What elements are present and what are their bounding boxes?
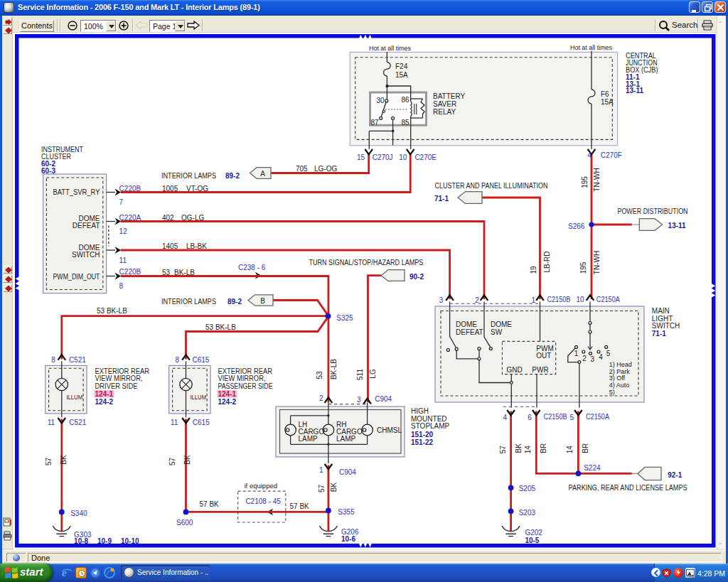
svg-text:SWITCH: SWITCH xyxy=(72,251,100,259)
svg-text:DEFEAT: DEFEAT xyxy=(73,222,100,230)
svg-text:C270E: C270E xyxy=(414,153,437,161)
svg-text:B: B xyxy=(260,297,265,305)
svg-text:1005: 1005 xyxy=(162,185,178,193)
svg-text:TN-WH: TN-WH xyxy=(593,251,601,274)
svg-text:124-2: 124-2 xyxy=(95,398,114,406)
svg-text:CHMSL: CHMSL xyxy=(377,426,402,434)
svg-text:DOME: DOME xyxy=(456,320,477,328)
svg-text:SW: SW xyxy=(491,328,503,336)
svg-text:89-2: 89-2 xyxy=(225,172,240,180)
svg-text:INSTRUMENT: INSTRUMENT xyxy=(41,146,83,153)
svg-text:BK-LB: BK-LB xyxy=(330,359,338,379)
svg-text:BR: BR xyxy=(582,443,589,453)
svg-text:15A: 15A xyxy=(601,98,614,106)
svg-text:53: 53 xyxy=(316,371,323,379)
svg-text:A: A xyxy=(260,170,265,178)
svg-text:S224: S224 xyxy=(584,464,601,472)
svg-text:BK-LB: BK-LB xyxy=(174,269,195,276)
svg-text:C615: C615 xyxy=(193,419,210,426)
svg-text:10-6: 10-6 xyxy=(341,535,355,543)
svg-text:EXTERIOR REAR: EXTERIOR REAR xyxy=(95,367,150,375)
svg-text:C270F: C270F xyxy=(601,151,622,159)
svg-text:1: 1 xyxy=(319,466,323,474)
svg-text:e: e xyxy=(62,567,67,578)
svg-text:RELAY: RELAY xyxy=(433,108,456,116)
svg-text:C2150B: C2150B xyxy=(544,413,567,421)
svg-text:57: 57 xyxy=(318,485,326,493)
svg-text:2: 2 xyxy=(475,296,479,304)
svg-text:GND: GND xyxy=(506,366,522,374)
svg-text:S266: S266 xyxy=(568,222,585,230)
svg-text:2: 2 xyxy=(582,355,587,362)
svg-text:Hot at all times: Hot at all times xyxy=(369,45,411,52)
svg-text:F24: F24 xyxy=(395,63,408,70)
svg-text:BATTERY: BATTERY xyxy=(433,92,466,100)
svg-text:INTERIOR LAMPS: INTERIOR LAMPS xyxy=(161,298,216,306)
svg-text:57: 57 xyxy=(499,446,507,454)
svg-text:S325: S325 xyxy=(336,314,353,322)
svg-text:12: 12 xyxy=(119,227,128,235)
svg-text:SAVER: SAVER xyxy=(433,100,456,108)
svg-text:10: 10 xyxy=(399,153,407,161)
svg-text:53 BK-LB: 53 BK-LB xyxy=(97,307,127,315)
svg-text:124-2: 124-2 xyxy=(218,398,237,406)
svg-text:5: 5 xyxy=(606,350,611,357)
svg-text:INTERIOR LAMPS: INTERIOR LAMPS xyxy=(161,172,216,180)
svg-text:C2150B: C2150B xyxy=(547,296,570,303)
svg-text:C521: C521 xyxy=(69,356,86,364)
svg-text:PWM_DIM_OUT: PWM_DIM_OUT xyxy=(53,273,100,281)
svg-text:VIEW MIRROR,: VIEW MIRROR, xyxy=(95,374,143,382)
svg-text:C220A: C220A xyxy=(119,214,141,222)
svg-text:195: 195 xyxy=(581,176,589,188)
svg-text:6: 6 xyxy=(528,414,532,421)
svg-text:MAIN: MAIN xyxy=(652,307,670,315)
svg-text:10-8: 10-8 xyxy=(74,537,88,545)
svg-text:DRIVER SIDE: DRIVER SIDE xyxy=(95,382,138,390)
svg-text:LB-RD: LB-RD xyxy=(543,251,551,272)
svg-text:OUT: OUT xyxy=(536,352,551,360)
svg-text:TN-WH: TN-WH xyxy=(593,168,601,191)
svg-text:PARKING, REAR AND LICENSE LAMP: PARKING, REAR AND LICENSE LAMPS xyxy=(569,484,687,492)
svg-text:ILLUM: ILLUM xyxy=(67,393,83,401)
svg-text:5: 5 xyxy=(570,414,574,421)
svg-text:195: 195 xyxy=(579,262,587,274)
svg-text:DOME: DOME xyxy=(79,215,100,222)
svg-text:G206: G206 xyxy=(341,528,359,536)
svg-text:OG-LG: OG-LG xyxy=(181,214,204,222)
svg-text:60-3: 60-3 xyxy=(41,167,55,175)
svg-text:4: 4 xyxy=(587,151,592,159)
svg-text:LG-OG: LG-OG xyxy=(314,165,337,173)
svg-text:8: 8 xyxy=(51,356,55,364)
svg-text:S203: S203 xyxy=(519,509,536,517)
svg-text:15A: 15A xyxy=(395,71,408,79)
svg-text:LAMP: LAMP xyxy=(299,435,318,443)
svg-text:3: 3 xyxy=(357,396,361,404)
svg-text:MOUNTED: MOUNTED xyxy=(411,415,447,423)
svg-text:LG: LG xyxy=(369,369,377,379)
svg-text:VIEW MIRROR,: VIEW MIRROR, xyxy=(218,374,266,382)
svg-text:TURN SIGNAL/STOP/HAZARD LAMPS: TURN SIGNAL/STOP/HAZARD LAMPS xyxy=(309,259,423,266)
svg-text:1: 1 xyxy=(532,296,536,304)
svg-text:C2150A: C2150A xyxy=(596,296,620,303)
svg-text:11: 11 xyxy=(119,257,127,264)
svg-text:C521: C521 xyxy=(69,419,86,426)
svg-text:S355: S355 xyxy=(338,508,355,516)
svg-text:BK: BK xyxy=(330,483,338,492)
svg-text:1) Head: 1) Head xyxy=(609,361,632,368)
svg-text:BR: BR xyxy=(540,443,547,453)
svg-text:10-9: 10-9 xyxy=(97,537,112,545)
svg-text:S600: S600 xyxy=(176,519,193,527)
svg-text:14: 14 xyxy=(524,446,532,454)
svg-text:POWER DISTRIBUTION: POWER DISTRIBUTION xyxy=(618,208,688,215)
svg-text:C270J: C270J xyxy=(373,153,393,161)
svg-text:15: 15 xyxy=(357,153,365,161)
svg-text:Hot at all times: Hot at all times xyxy=(570,44,612,51)
svg-text:30: 30 xyxy=(376,97,385,104)
svg-text:53: 53 xyxy=(162,269,171,276)
svg-text:LIGHT: LIGHT xyxy=(652,315,673,323)
svg-text:86: 86 xyxy=(402,96,410,104)
svg-text:G202: G202 xyxy=(525,529,542,537)
svg-text:10-10: 10-10 xyxy=(121,537,139,545)
svg-text:8: 8 xyxy=(175,356,179,364)
svg-text:14: 14 xyxy=(566,446,574,454)
